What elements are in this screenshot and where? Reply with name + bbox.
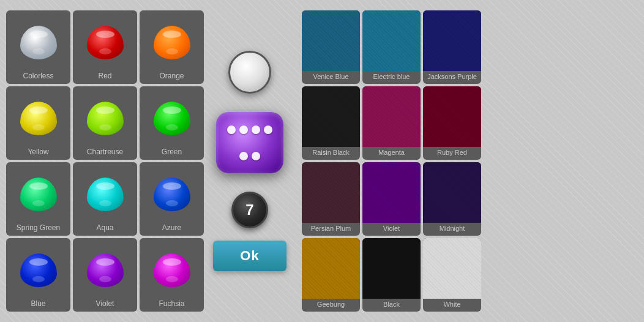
gem-label-fuchsia: Fuchsia: [159, 299, 184, 308]
swatch-label-white: White: [443, 301, 460, 308]
gem-visual-red: [84, 15, 127, 69]
dice-dot: [252, 125, 260, 134]
swatch-color-midnight: [423, 162, 481, 223]
gem-shape-fuchsia: [154, 253, 190, 287]
gem-shape-orange: [154, 26, 190, 59]
number-badge: 7: [231, 192, 268, 228]
swatch-label-veniceblue: Venice Blue: [313, 73, 348, 80]
gem-shape-yellow: [20, 102, 57, 135]
gem-label-aqua: Aqua: [96, 223, 113, 232]
swatch-item-jacksonspurple[interactable]: Jacksons Purple: [423, 10, 481, 84]
center-panel: 7 Ok: [210, 51, 290, 271]
swatch-label-violet: Violet: [383, 225, 400, 232]
swatch-item-veniceblue[interactable]: Venice Blue: [302, 10, 360, 84]
swatch-color-violet: [362, 162, 421, 223]
gem-visual-aqua: [84, 167, 127, 221]
gem-label-orange: Orange: [159, 72, 184, 80]
swatch-item-geebung[interactable]: Geebung: [302, 238, 360, 312]
swatch-color-veniceblue: [302, 10, 360, 71]
swatch-color-electricblue: [362, 10, 421, 71]
gem-item-azure[interactable]: Azure: [140, 162, 204, 236]
gem-item-yellow[interactable]: Yellow: [6, 86, 70, 160]
swatch-color-jacksonspurple: [423, 10, 481, 71]
swatch-color-black: [362, 238, 421, 299]
main-container: ColorlessRedOrangeYellowChartreuseGreenS…: [0, 0, 644, 322]
gem-item-fuchsia[interactable]: Fuchsia: [140, 238, 204, 312]
swatch-item-violet[interactable]: Violet: [362, 162, 421, 236]
gem-visual-chartreuse: [84, 91, 127, 145]
swatch-item-rubyred[interactable]: Ruby Red: [423, 86, 481, 160]
swatch-label-electricblue: Electric blue: [373, 73, 410, 80]
gem-item-chartreuse[interactable]: Chartreuse: [73, 86, 137, 160]
swatch-label-geebung: Geebung: [317, 301, 345, 308]
gem-label-blue: Blue: [31, 299, 45, 308]
swatch-color-persianplum: [302, 162, 360, 223]
gem-shape-blue: [20, 253, 57, 287]
gem-visual-blue: [17, 243, 60, 297]
dice-body: [216, 112, 283, 173]
dice-number: 7: [245, 201, 253, 219]
gem-item-blue[interactable]: Blue: [6, 238, 70, 312]
gem-visual-violet: [84, 243, 127, 297]
gem-item-springgreen[interactable]: Spring Green: [6, 162, 70, 236]
gem-visual-colorless: [17, 15, 60, 69]
swatch-color-geebung: [302, 238, 360, 299]
gem-label-red: Red: [98, 72, 111, 80]
swatch-label-persianplum: Persian Plum: [311, 225, 351, 232]
gem-shape-springgreen: [20, 178, 57, 211]
swatch-item-black[interactable]: Black: [362, 238, 421, 312]
swatch-item-midnight[interactable]: Midnight: [423, 162, 481, 236]
gem-shape-red: [87, 26, 124, 59]
swatch-item-persianplum[interactable]: Persian Plum: [302, 162, 360, 236]
gem-visual-springgreen: [17, 167, 60, 221]
dice-3d: [213, 106, 286, 179]
gem-item-violet[interactable]: Violet: [73, 238, 137, 312]
gem-label-chartreuse: Chartreuse: [87, 148, 123, 156]
swatch-color-rubyred: [423, 86, 481, 147]
gem-visual-azure: [151, 167, 193, 221]
swatch-label-raisinblack: Raisin Black: [312, 149, 350, 156]
swatch-color-raisinblack: [302, 86, 360, 147]
gem-label-springgreen: Spring Green: [17, 223, 60, 232]
gem-shape-green: [154, 102, 190, 135]
gem-shape-aqua: [87, 178, 124, 211]
gem-shape-chartreuse: [87, 102, 124, 135]
gem-item-green[interactable]: Green: [140, 86, 204, 160]
swatch-item-white[interactable]: White: [423, 238, 481, 312]
gem-label-colorless: Colorless: [23, 72, 53, 80]
gem-shape-azure: [154, 178, 190, 211]
dice-dot: [227, 125, 236, 134]
gem-visual-green: [151, 91, 193, 145]
gem-panel: ColorlessRedOrangeYellowChartreuseGreenS…: [6, 10, 204, 312]
swatch-item-raisinblack[interactable]: Raisin Black: [302, 86, 360, 160]
gem-visual-orange: [151, 15, 193, 69]
gem-label-green: Green: [162, 148, 182, 156]
gem-visual-yellow: [17, 91, 60, 145]
gem-label-azure: Azure: [162, 223, 181, 232]
dice-dot: [239, 125, 248, 134]
swatch-item-electricblue[interactable]: Electric blue: [362, 10, 421, 84]
dice-dot: [264, 125, 272, 134]
gem-item-aqua[interactable]: Aqua: [73, 162, 137, 236]
swatch-panel: Venice BlueElectric blueJacksons PurpleR…: [302, 10, 481, 312]
ok-button[interactable]: Ok: [213, 241, 286, 271]
dice-dot: [252, 152, 260, 160]
gem-shape-colorless: [20, 26, 57, 59]
swatch-item-magenta[interactable]: Magenta: [362, 86, 421, 160]
swatch-label-magenta: Magenta: [378, 149, 405, 156]
dice-dot: [239, 152, 248, 160]
swatch-color-magenta: [362, 86, 421, 147]
dice-preview: [228, 51, 271, 94]
gem-shape-violet: [87, 253, 124, 287]
swatch-label-midnight: Midnight: [440, 225, 465, 232]
gem-item-orange[interactable]: Orange: [140, 10, 204, 84]
swatch-label-jacksonspurple: Jacksons Purple: [427, 73, 477, 80]
swatch-label-rubyred: Ruby Red: [437, 149, 467, 156]
gem-item-colorless[interactable]: Colorless: [6, 10, 70, 84]
gem-label-violet: Violet: [96, 299, 114, 308]
swatch-color-white: [423, 238, 481, 299]
gem-label-yellow: Yellow: [28, 148, 48, 156]
swatch-label-black: Black: [383, 301, 400, 308]
gem-item-red[interactable]: Red: [73, 10, 137, 84]
gem-visual-fuchsia: [151, 243, 193, 297]
